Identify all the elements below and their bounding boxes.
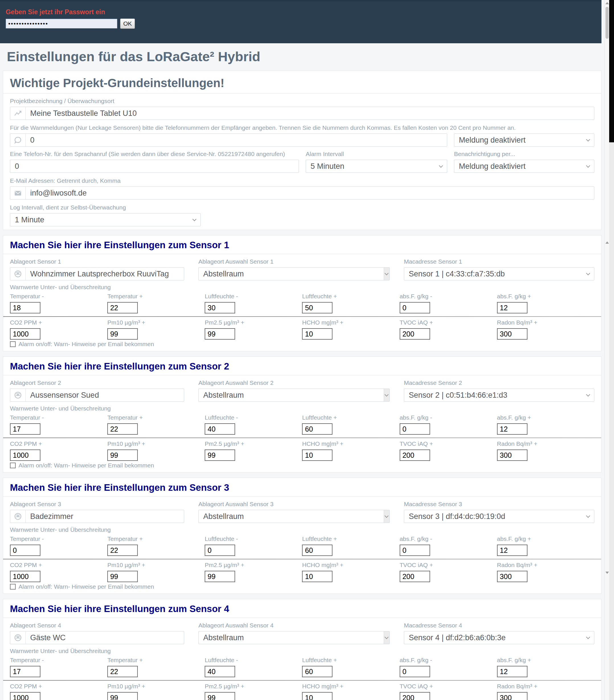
warn-value-input[interactable] <box>400 692 430 700</box>
email-input-field[interactable] <box>26 189 594 198</box>
warn-value-input[interactable] <box>302 328 333 340</box>
warn-value-input[interactable] <box>497 571 527 582</box>
scroll-up-arrow[interactable] <box>605 2 609 4</box>
ablageort-input[interactable] <box>10 510 184 523</box>
warn-value-input[interactable] <box>497 692 527 700</box>
ablageort-auswahl-select[interactable]: Abstellraum <box>198 389 390 402</box>
alarm-checkbox[interactable] <box>10 341 16 347</box>
warn-value-input[interactable] <box>10 328 40 340</box>
warn-value-input[interactable] <box>107 666 138 677</box>
warn-value-input[interactable] <box>10 423 40 435</box>
warn-value-input[interactable] <box>400 328 430 340</box>
warn-value-input[interactable] <box>400 545 430 556</box>
macadresse-select[interactable]: Sensor 2 | c0:51:b4:66:e1:d3 <box>404 389 594 402</box>
ablageort-auswahl-value: Abstellraum <box>203 633 244 642</box>
chevron-down-icon <box>385 392 389 397</box>
warn-field: Temperatur + <box>107 414 205 435</box>
warn-value-input[interactable] <box>400 302 430 313</box>
ablageort-input-field[interactable] <box>26 512 184 521</box>
warn-value-input[interactable] <box>205 450 235 461</box>
project-input-field[interactable] <box>26 109 594 118</box>
project-label: Projektbezeichnung / Überwachungsort <box>10 98 594 104</box>
log-interval-select[interactable]: 1 Minute <box>10 213 201 226</box>
inner-scroll-down-arrow[interactable] <box>605 572 609 574</box>
warn-value-input[interactable] <box>497 328 527 340</box>
email-input[interactable] <box>10 186 594 200</box>
project-input[interactable] <box>10 107 594 120</box>
warn-value-input[interactable] <box>205 571 235 582</box>
voice-input-field[interactable] <box>10 162 299 171</box>
warn-value-input[interactable] <box>400 571 430 582</box>
alarm-checkbox[interactable] <box>10 584 16 589</box>
warn-field-label: Luftfeuchte - <box>205 657 302 664</box>
ablageort-auswahl-select[interactable]: Abstellraum <box>198 510 390 523</box>
warn-value-input[interactable] <box>400 450 430 461</box>
warn-value-input[interactable] <box>302 450 333 461</box>
warn-value-input[interactable] <box>497 666 527 677</box>
alarm-checkbox[interactable] <box>10 463 16 468</box>
ablageort-label: Ablageort Sensor 1 <box>10 258 184 265</box>
ablageort-cell: Ablageort Sensor 3 <box>10 501 184 523</box>
warn-value-input[interactable] <box>205 328 235 340</box>
warn-value-input[interactable] <box>400 666 430 677</box>
warn-value-input[interactable] <box>400 423 430 435</box>
warn-value-input[interactable] <box>10 666 40 677</box>
warn-value-input[interactable] <box>107 302 138 313</box>
warn-value-input[interactable] <box>205 692 235 700</box>
inner-scroll-up-arrow[interactable] <box>605 241 609 244</box>
ablageort-input[interactable] <box>10 389 184 402</box>
phone-notify-select[interactable]: Meldung deaktiviert <box>454 134 594 147</box>
warn-value-input[interactable] <box>302 692 333 700</box>
voice-input[interactable] <box>10 160 299 173</box>
warn-value-input[interactable] <box>205 423 235 435</box>
warn-value-input[interactable] <box>107 571 138 582</box>
ablageort-input-field[interactable] <box>26 633 184 642</box>
ablageort-auswahl-select[interactable]: Abstellraum <box>198 267 390 280</box>
phone-numbers-input[interactable] <box>10 134 447 147</box>
notify-select[interactable]: Meldung deaktiviert <box>454 160 594 173</box>
alarm-interval-select[interactable]: 5 Minuten <box>306 160 447 173</box>
warn-value-input[interactable] <box>10 545 40 556</box>
ablageort-auswahl-select[interactable]: Abstellraum <box>198 631 390 644</box>
ok-button[interactable]: OK <box>120 18 135 29</box>
phone-numbers-field[interactable] <box>26 136 447 145</box>
ablageort-input[interactable] <box>10 631 184 644</box>
select-scrollbar[interactable] <box>384 389 389 401</box>
warn-value-input[interactable] <box>10 302 40 313</box>
select-scrollbar[interactable] <box>384 267 389 280</box>
warn-field-label: Pm2.5 µg/m³ + <box>205 440 302 447</box>
warn-value-input[interactable] <box>205 666 235 677</box>
warn-value-input[interactable] <box>205 302 235 313</box>
ablageort-input-field[interactable] <box>26 391 184 400</box>
warn-value-input[interactable] <box>10 571 40 582</box>
warn-value-input[interactable] <box>205 545 235 556</box>
warn-value-input[interactable] <box>10 692 40 700</box>
warn-value-input[interactable] <box>107 423 138 435</box>
warn-value-input[interactable] <box>107 328 138 340</box>
macadresse-cell: Macadresse Sensor 3 Sensor 3 | df:d4:dc:… <box>404 501 594 523</box>
warn-value-input[interactable] <box>107 545 138 556</box>
warn-value-input[interactable] <box>107 450 138 461</box>
warn-value-input[interactable] <box>497 302 527 313</box>
ablageort-auswahl-cell: Ablageort Auswahl Sensor 3 Abstellraum <box>198 501 390 523</box>
warn-value-input[interactable] <box>302 423 333 435</box>
warn-value-input[interactable] <box>107 692 138 700</box>
warn-value-input[interactable] <box>10 450 40 461</box>
macadresse-select[interactable]: Sensor 3 | df:d4:dc:90:19:0d <box>404 510 594 523</box>
ablageort-input-field[interactable] <box>26 270 184 278</box>
warn-value-input[interactable] <box>497 545 527 556</box>
warn-value-input[interactable] <box>302 302 333 313</box>
warn-value-input[interactable] <box>302 666 333 677</box>
warn-value-input[interactable] <box>302 571 333 582</box>
select-scrollbar[interactable] <box>384 510 389 523</box>
password-input[interactable] <box>6 19 117 28</box>
warn-value-input[interactable] <box>497 423 527 435</box>
scrollbar-thumb[interactable] <box>605 7 609 39</box>
macadresse-select[interactable]: Sensor 1 | c4:33:cf:a7:35:db <box>404 267 594 280</box>
ablageort-input[interactable] <box>10 267 184 280</box>
warn-value-input[interactable] <box>497 450 527 461</box>
macadresse-select[interactable]: Sensor 4 | df:d2:b6:a6:0b:3e <box>404 631 594 644</box>
select-scrollbar[interactable] <box>384 632 389 644</box>
warn-value-input[interactable] <box>302 545 333 556</box>
scrollbar-track[interactable] <box>604 0 609 700</box>
